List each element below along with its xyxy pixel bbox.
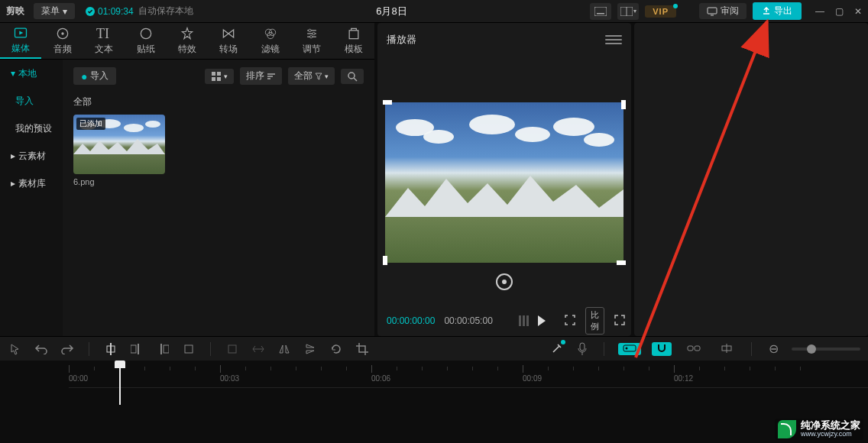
review-button[interactable]: 审阅 — [699, 3, 747, 19]
ruler-tick: 00:09 — [523, 374, 542, 383]
svg-rect-22 — [212, 72, 215, 76]
mirror-h-button[interactable] — [277, 341, 292, 357]
minimize-button[interactable]: — — [815, 6, 824, 17]
zoom-slider[interactable] — [792, 348, 860, 351]
keyboard-icon[interactable] — [590, 3, 611, 20]
chevron-down-icon: ▾ — [63, 6, 67, 17]
sidebar-item-local[interactable]: ▾本地 — [0, 60, 63, 87]
mic-button[interactable] — [575, 341, 590, 357]
timeline-toolbar: ⊖ — [0, 336, 868, 361]
crop2-button[interactable] — [355, 341, 370, 357]
aspect-ratio-button[interactable]: 比例 — [585, 307, 604, 335]
vip-badge[interactable]: VIP — [645, 5, 676, 18]
watermark-url: www.ycwjzy.com — [801, 431, 860, 438]
svg-point-19 — [313, 32, 315, 34]
grid-view-button[interactable]: ▾ — [205, 69, 234, 84]
tab-audio[interactable]: 音频 — [41, 23, 83, 59]
svg-rect-5 — [708, 8, 717, 14]
tab-filter[interactable]: 滤镜 — [250, 23, 291, 59]
expand-icon — [614, 314, 626, 326]
svg-rect-21 — [349, 31, 358, 39]
zoom-slider-knob[interactable] — [807, 344, 816, 354]
layout-icon[interactable]: ▾ — [617, 3, 639, 20]
sidebar-item-mypresets[interactable]: 我的预设 — [0, 115, 63, 142]
pointer-tool-button[interactable] — [8, 341, 23, 357]
tab-media[interactable]: 媒体 — [0, 23, 41, 59]
split-button[interactable] — [103, 341, 118, 357]
reverse-button[interactable] — [251, 341, 266, 357]
svg-point-26 — [348, 73, 355, 79]
timeline[interactable]: 00:00 00:03 00:06 00:09 00:12 — [0, 361, 868, 406]
media-clip[interactable]: 已添加 6.png — [73, 115, 165, 186]
save-status: 01:09:34 — [86, 6, 134, 17]
inspector-panel — [634, 23, 868, 336]
watermark: 纯净系统之家 www.ycwjzy.com — [775, 419, 863, 440]
frame-back-button[interactable] — [519, 315, 529, 326]
play-button[interactable] — [538, 315, 546, 326]
undo-button[interactable] — [34, 341, 49, 357]
rotate-handle[interactable] — [496, 273, 513, 290]
media-content: ●导入 ▾ 排序 全部▾ 全部 已添加 6.png — [63, 60, 374, 336]
resize-handle-br[interactable] — [617, 260, 626, 265]
redo-button[interactable] — [60, 341, 75, 357]
sort-icon — [267, 73, 276, 80]
svg-point-18 — [309, 29, 311, 31]
sort-button[interactable]: 排序 — [240, 67, 282, 85]
import-button[interactable]: ●导入 — [73, 67, 116, 85]
playhead[interactable] — [115, 361, 125, 371]
tab-template[interactable]: 模板 — [333, 23, 374, 59]
svg-rect-40 — [695, 346, 700, 351]
tab-transition[interactable]: 转场 — [208, 23, 249, 59]
export-button[interactable]: 导出 — [753, 2, 802, 20]
close-button[interactable]: ✕ — [854, 6, 862, 17]
filter-button[interactable]: 全部▾ — [288, 67, 335, 85]
app-name: 剪映 — [6, 5, 24, 18]
split-right-button[interactable] — [155, 341, 170, 357]
watermark-logo — [778, 420, 796, 438]
current-time: 00:00:00:00 — [387, 315, 435, 326]
timeline-ruler[interactable]: 00:00 00:03 00:06 00:09 00:12 — [69, 365, 868, 388]
resize-handle-tl[interactable] — [383, 100, 392, 105]
search-button[interactable] — [341, 69, 364, 84]
crop-button[interactable] — [225, 341, 240, 357]
resize-handle-bl[interactable] — [383, 256, 387, 265]
link-button[interactable] — [682, 343, 705, 355]
player-canvas[interactable] — [385, 102, 623, 263]
tab-effect[interactable]: 特效 — [167, 23, 208, 59]
title-bar: 剪映 菜单 ▾ 01:09:34 自动保存本地 6月8日 ▾ VIP 审阅 导出… — [0, 0, 868, 23]
sidebar-item-import[interactable]: 导入 — [0, 87, 63, 115]
svg-rect-2 — [597, 13, 604, 15]
project-title: 6月8日 — [193, 5, 591, 18]
tab-adjust[interactable]: 调节 — [291, 23, 332, 59]
svg-rect-36 — [580, 343, 585, 351]
resize-handle-tr[interactable] — [621, 100, 626, 109]
split-left-button[interactable] — [129, 341, 144, 357]
tool-tabs: 媒体 音频 TI文本 贴纸 特效 转场 滤镜 调节 模板 — [0, 23, 374, 60]
search-icon — [347, 71, 358, 82]
tab-sticker[interactable]: 贴纸 — [125, 23, 166, 59]
chevron-down-icon: ▾ — [11, 68, 15, 79]
ai-magic-button[interactable] — [549, 341, 564, 357]
mirror-v-button[interactable] — [303, 341, 318, 357]
sidebar-item-library[interactable]: ▸素材库 — [0, 170, 63, 197]
focus-icon — [564, 314, 576, 326]
track-tag-button[interactable] — [618, 343, 641, 355]
export-icon — [762, 7, 771, 16]
delete-button[interactable] — [181, 341, 196, 357]
tab-text[interactable]: TI文本 — [83, 23, 125, 59]
section-label: 全部 — [73, 95, 364, 108]
maximize-button[interactable]: ▢ — [835, 6, 844, 17]
player-menu-button[interactable] — [605, 31, 622, 48]
sidebar-item-cloud[interactable]: ▸云素材 — [0, 142, 63, 170]
expand-button[interactable] — [614, 314, 626, 328]
svg-rect-23 — [217, 72, 221, 76]
magnet-button[interactable] — [652, 342, 672, 356]
ruler-tick: 00:12 — [674, 374, 693, 383]
rotate-button[interactable] — [329, 341, 344, 357]
zoom-out-button[interactable]: ⊖ — [766, 341, 781, 357]
align-button[interactable] — [716, 342, 737, 356]
fullscreen-preview-button[interactable] — [564, 314, 576, 328]
main-menu-button[interactable]: 菜单 ▾ — [34, 3, 75, 19]
player-panel: 播放器 00:00:00:00 00:00:05:00 — [377, 23, 631, 336]
player-footer: 00:00:00:00 00:00:05:00 比例 — [377, 306, 631, 336]
